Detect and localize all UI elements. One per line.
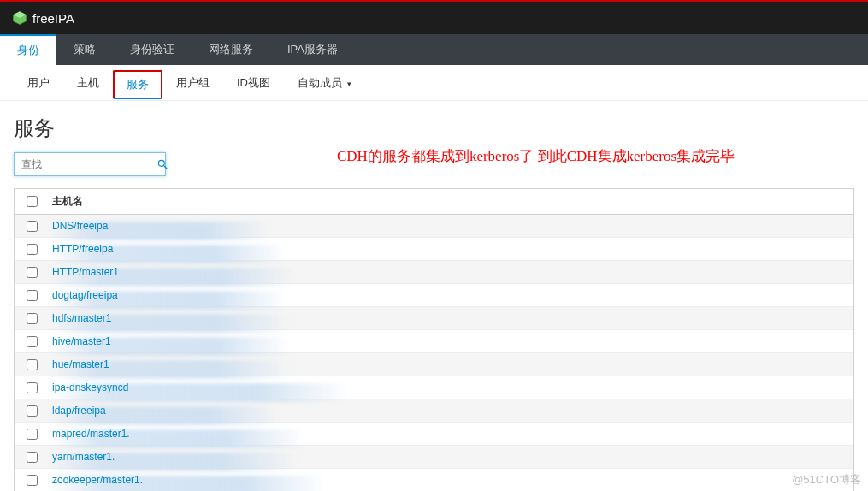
page-title: 服务	[14, 115, 854, 142]
hostname-cell: yarn/master1.	[49, 451, 853, 463]
table-header: 主机名	[15, 189, 853, 215]
table-row: hue/master1	[15, 353, 853, 376]
row-checkbox[interactable]	[27, 267, 38, 278]
table-row: HTTP/master1	[15, 261, 853, 284]
table-row: ipa-dnskeysyncd	[15, 376, 853, 399]
row-checkbox[interactable]	[27, 290, 38, 301]
freeipa-logo-icon	[12, 10, 27, 26]
hostname-cell: zookeeper/master1.	[49, 474, 853, 486]
hostname-cell: HTTP/master1	[49, 266, 853, 278]
row-checkbox-cell	[15, 290, 49, 301]
hostname-cell: HTTP/freeipa	[49, 243, 853, 255]
nav-secondary-automember[interactable]: 自动成员 ▾	[284, 67, 365, 99]
row-checkbox[interactable]	[27, 452, 38, 463]
hostname-cell: hdfs/master1	[49, 312, 853, 324]
row-checkbox[interactable]	[27, 429, 38, 440]
row-checkbox-cell	[15, 221, 49, 232]
row-checkbox-cell	[15, 382, 49, 393]
service-link[interactable]: dogtag/freeipa	[52, 289, 118, 301]
row-checkbox[interactable]	[27, 359, 38, 370]
row-checkbox-cell	[15, 267, 49, 278]
annotation-text: CDH的服务都集成到kerberos了 到此CDH集成kerberos集成完毕	[337, 145, 735, 168]
row-checkbox[interactable]	[27, 244, 38, 255]
nav-secondary-hosts[interactable]: 主机	[63, 67, 113, 99]
table-body: DNS/freeipa HTTP/freeipa HTTP/master1 do…	[15, 215, 853, 491]
service-link[interactable]: hue/master1	[52, 358, 109, 370]
search-button[interactable]	[156, 158, 168, 170]
row-checkbox-cell	[15, 405, 49, 417]
row-checkbox[interactable]	[27, 221, 38, 232]
hostname-cell: hue/master1	[49, 358, 853, 370]
table-row: hdfs/master1	[15, 307, 853, 330]
app-header: freeIPA	[0, 2, 868, 34]
service-link[interactable]: mapred/master1.	[52, 428, 130, 440]
row-checkbox-cell	[15, 475, 49, 486]
nav-secondary-automember-label: 自动成员	[298, 76, 342, 89]
table-row: mapred/master1.	[15, 423, 853, 446]
row-checkbox-cell	[15, 452, 49, 463]
table-row: zookeeper/master1.	[15, 469, 853, 491]
service-link[interactable]: HTTP/master1	[52, 266, 119, 278]
service-link[interactable]: DNS/freeipa	[52, 220, 108, 232]
search-input[interactable]	[15, 155, 156, 174]
table-row: DNS/freeipa	[15, 215, 853, 238]
nav-primary-policy[interactable]: 策略	[56, 34, 113, 65]
row-checkbox-cell	[15, 336, 49, 347]
table-row: HTTP/freeipa	[15, 238, 853, 261]
nav-primary-network[interactable]: 网络服务	[192, 34, 270, 65]
hostname-cell: ipa-dnskeysyncd	[49, 382, 853, 393]
hostname-cell: DNS/freeipa	[49, 220, 853, 232]
row-checkbox-cell	[15, 429, 49, 440]
nav-primary-auth[interactable]: 身份验证	[113, 34, 192, 65]
select-all-checkbox[interactable]	[27, 196, 38, 207]
nav-secondary: 用户 主机 服务 用户组 ID视图 自动成员 ▾	[0, 65, 868, 101]
nav-secondary-users[interactable]: 用户	[14, 67, 63, 99]
service-link[interactable]: hdfs/master1	[52, 312, 111, 324]
search-box	[14, 152, 166, 176]
hostname-cell: dogtag/freeipa	[49, 289, 853, 301]
row-checkbox-cell	[15, 313, 49, 324]
row-checkbox-cell	[15, 359, 49, 370]
chevron-down-icon: ▾	[347, 80, 351, 88]
service-link[interactable]: HTTP/freeipa	[52, 243, 113, 255]
nav-secondary-idviews[interactable]: ID视图	[223, 67, 284, 99]
column-header-hostname[interactable]: 主机名	[49, 194, 853, 209]
hostname-cell: ldap/freeipa	[49, 405, 853, 417]
table-row: dogtag/freeipa	[15, 284, 853, 307]
service-link[interactable]: yarn/master1.	[52, 451, 115, 463]
nav-secondary-groups[interactable]: 用户组	[162, 67, 223, 99]
nav-primary-identity[interactable]: 身份	[0, 34, 56, 65]
row-checkbox[interactable]	[27, 475, 38, 486]
svg-line-3	[164, 166, 168, 169]
app-title: freeIPA	[32, 11, 74, 26]
table-row: hive/master1	[15, 330, 853, 353]
search-icon	[156, 158, 168, 170]
row-checkbox[interactable]	[27, 336, 38, 347]
row-checkbox[interactable]	[27, 382, 38, 393]
nav-primary: 身份 策略 身份验证 网络服务 IPA服务器	[0, 34, 868, 65]
hostname-cell: hive/master1	[49, 335, 853, 347]
svg-point-2	[158, 160, 164, 166]
table-row: yarn/master1.	[15, 446, 853, 469]
row-checkbox[interactable]	[27, 405, 38, 417]
select-all-cell	[15, 196, 49, 207]
watermark: @51CTO博客	[792, 472, 861, 488]
nav-secondary-services[interactable]: 服务	[113, 70, 162, 99]
hostname-cell: mapred/master1.	[49, 428, 853, 440]
main-content: 服务 CDH的服务都集成到kerberos了 到此CDH集成kerberos集成…	[0, 101, 868, 491]
service-link[interactable]: ldap/freeipa	[52, 405, 106, 417]
row-checkbox[interactable]	[27, 313, 38, 324]
service-link[interactable]: hive/master1	[52, 335, 111, 347]
table-row: ldap/freeipa	[15, 399, 853, 423]
service-link[interactable]: ipa-dnskeysyncd	[52, 382, 128, 393]
service-link[interactable]: zookeeper/master1.	[52, 474, 143, 486]
services-table: 主机名 DNS/freeipa HTTP/freeipa HTTP/master…	[14, 188, 854, 491]
nav-primary-ipaserver[interactable]: IPA服务器	[270, 34, 355, 65]
row-checkbox-cell	[15, 244, 49, 255]
